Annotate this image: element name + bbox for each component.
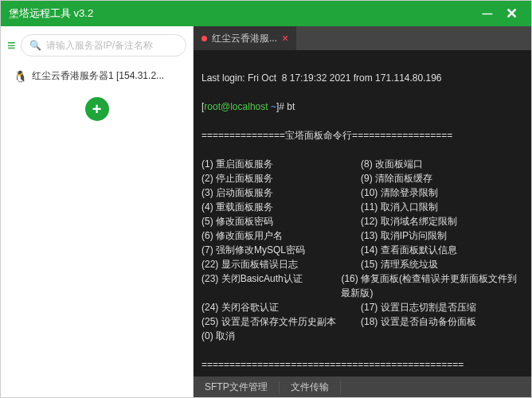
menu-item: (23) 关闭BasicAuth认证	[201, 271, 341, 300]
menu-item: (11) 取消入口限制	[361, 200, 438, 214]
linux-icon: 🐧	[14, 70, 27, 83]
search-icon: 🔍	[29, 40, 41, 51]
close-button[interactable]: ✕	[499, 5, 523, 22]
menu-item: (1) 重启面板服务	[201, 157, 361, 171]
transfer-button[interactable]: 文件传输	[280, 380, 341, 394]
menu-item: (25) 设置是否保存文件历史副本	[201, 314, 361, 329]
menu-item: (8) 改面板端口	[361, 157, 423, 171]
server-item[interactable]: 🐧 红尘云香港服务器1 [154.31.2...	[7, 64, 186, 88]
menu-item: (3) 启动面板服务	[201, 185, 361, 200]
menu-rows: (1) 重启面板服务(8) 改面板端口(2) 停止面板服务(9) 清除面板缓存(…	[201, 157, 523, 343]
window-title: 堡塔远程工具 v3.2	[9, 6, 475, 21]
server-label: 红尘云香港服务器1 [154.31.2...	[32, 69, 164, 83]
menu-item: (6) 修改面板用户名	[201, 228, 361, 243]
statusbar: SFTP文件管理 文件传输	[194, 377, 531, 397]
tab-label: 红尘云香港服...	[212, 32, 277, 45]
main: ≡ 🔍 请输入服务器IP/备注名称 🐧 红尘云香港服务器1 [154.31.2.…	[1, 26, 531, 397]
titlebar: 堡塔远程工具 v3.2 ─ ✕	[1, 1, 531, 26]
tab-server[interactable]: 红尘云香港服... ×	[194, 26, 296, 50]
menu-item: (17) 设置日志切割是否压缩	[361, 300, 476, 314]
menu-item: (2) 停止面板服务	[201, 171, 361, 185]
menu-item: (24) 关闭谷歌认证	[201, 300, 361, 314]
menu-item: (12) 取消域名绑定限制	[361, 214, 457, 228]
header-line: ===============宝塔面板命令行==================	[201, 128, 523, 142]
prompt-line: [root@localhost ~]# bt	[201, 100, 523, 114]
login-line: Last login: Fri Oct 8 17:19:32 2021 from…	[201, 71, 523, 85]
menu-item: (16) 修复面板(检查错误并更新面板文件到最新版)	[341, 271, 523, 300]
menu-item: (10) 清除登录限制	[361, 185, 438, 200]
status-dot-icon	[201, 36, 207, 41]
menu-item: (15) 清理系统垃圾	[361, 257, 438, 271]
terminal[interactable]: Last login: Fri Oct 8 17:19:32 2021 from…	[194, 50, 531, 377]
menu-item: (18) 设置是否自动备份面板	[361, 314, 476, 329]
sep-line: ========================================…	[201, 357, 523, 372]
menu-item: (7) 强制修改MySQL密码	[201, 243, 361, 257]
search-placeholder: 请输入服务器IP/备注名称	[46, 39, 154, 53]
tab-close-icon[interactable]: ×	[282, 32, 288, 45]
menu-icon[interactable]: ≡	[7, 37, 16, 54]
menu-item: (9) 清除面板缓存	[361, 171, 432, 185]
minimize-button[interactable]: ─	[475, 6, 499, 22]
search-input[interactable]: 🔍 请输入服务器IP/备注名称	[21, 34, 186, 57]
tab-bar: 红尘云香港服... ×	[194, 26, 531, 50]
menu-item: (0) 取消	[201, 329, 361, 343]
sftp-button[interactable]: SFTP文件管理	[194, 380, 280, 394]
add-server-button[interactable]: +	[85, 97, 109, 121]
sidebar: ≡ 🔍 请输入服务器IP/备注名称 🐧 红尘云香港服务器1 [154.31.2.…	[1, 26, 194, 397]
menu-item: (4) 重载面板服务	[201, 200, 361, 214]
right-panel: 红尘云香港服... × Last login: Fri Oct 8 17:19:…	[194, 26, 531, 397]
menu-item: (14) 查看面板默认信息	[361, 243, 457, 257]
menu-item: (13) 取消IP访问限制	[361, 228, 447, 243]
menu-item: (22) 显示面板错误日志	[201, 257, 361, 271]
menu-item: (5) 修改面板密码	[201, 214, 361, 228]
